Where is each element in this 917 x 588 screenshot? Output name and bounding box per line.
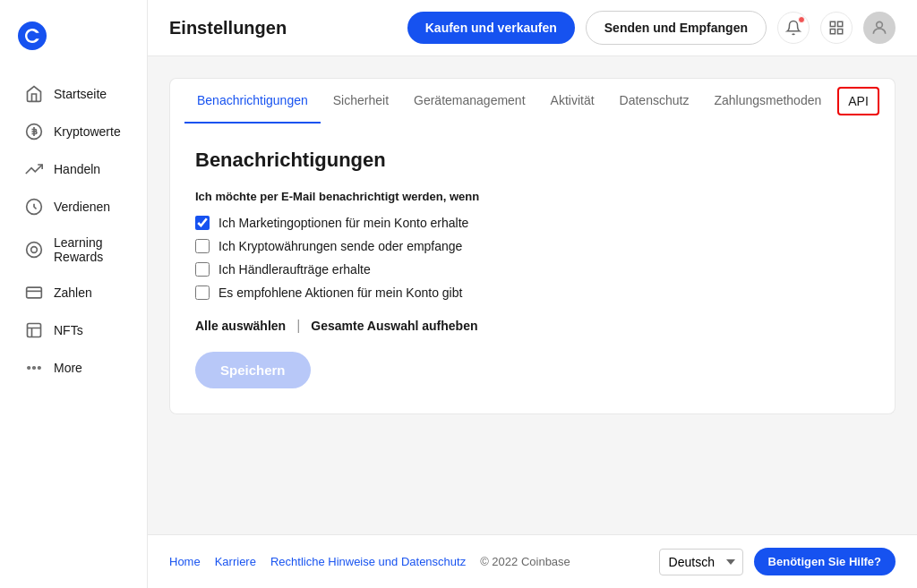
learning-icon [25, 241, 43, 259]
tab-api[interactable]: API [837, 87, 879, 115]
footer: Home Karriere Rechtliche Hinweise und Da… [148, 534, 917, 588]
logo[interactable] [0, 14, 147, 75]
earn-icon [25, 198, 43, 216]
settings-tabs: Benachrichtigungen Sicherheit Gerätemana… [169, 78, 896, 124]
tab-aktivitaet[interactable]: Aktivität [538, 79, 607, 124]
tab-benachrichtigungen[interactable]: Benachrichtigungen [184, 79, 321, 124]
sidebar-item-zahlen[interactable]: Zahlen [7, 275, 140, 311]
svg-rect-12 [830, 30, 835, 34]
sidebar-item-label: Zahlen [54, 285, 92, 300]
page-title: Einstellungen [169, 18, 287, 38]
checkbox-handler[interactable]: Ich Händleraufträge erhalte [195, 262, 870, 277]
sidebar-item-startseite[interactable]: Startseite [7, 76, 140, 112]
sidebar-item-handeln[interactable]: Handeln [7, 151, 140, 187]
sidebar-item-nfts[interactable]: NFTs [7, 312, 140, 348]
sidebar-item-learning-rewards[interactable]: Learning Rewards [7, 226, 140, 273]
sidebar-item-label: Handeln [54, 162, 100, 176]
svg-point-3 [27, 243, 42, 258]
checkbox-crypto[interactable]: Ich Kryptowährungen sende oder empfange [195, 239, 870, 253]
deselect-all-link[interactable]: Gesamte Auswahl aufheben [311, 319, 477, 333]
grid-button[interactable] [820, 12, 853, 44]
checkbox-marketing-input[interactable] [195, 216, 210, 230]
svg-point-9 [39, 367, 41, 370]
crypto-icon [25, 123, 43, 141]
pay-icon [25, 284, 43, 302]
svg-rect-11 [838, 21, 843, 26]
more-icon [25, 359, 43, 377]
footer-copyright: © 2022 Coinbase [480, 555, 570, 568]
save-button[interactable]: Speichern [195, 352, 311, 388]
svg-point-14 [877, 21, 883, 28]
sidebar-item-more[interactable]: More [7, 350, 140, 386]
tab-geraetemanagement[interactable]: Gerätemanagement [401, 79, 538, 124]
sidebar: Startseite Kryptowerte Handeln Verdienen… [0, 0, 148, 588]
nft-icon [25, 321, 43, 339]
tab-zahlungsmethoden[interactable]: Zahlungsmethoden [701, 79, 834, 124]
avatar[interactable] [863, 12, 896, 44]
footer-link-legal[interactable]: Rechtliche Hinweise und Datenschutz [270, 555, 466, 568]
language-select[interactable]: Deutsch English Français [659, 549, 743, 575]
panel-title: Benachrichtigungen [195, 149, 870, 172]
select-actions-row: Alle auswählen | Gesamte Auswahl aufhebe… [195, 318, 870, 334]
home-icon [25, 85, 43, 103]
footer-link-karriere[interactable]: Karriere [215, 555, 256, 568]
content-area: Benachrichtigungen Sicherheit Gerätemana… [148, 56, 917, 534]
header: Einstellungen Kaufen und verkaufen Sende… [148, 0, 917, 56]
select-all-link[interactable]: Alle auswählen [195, 319, 286, 333]
sidebar-item-label: Learning Rewards [54, 235, 122, 264]
svg-point-8 [33, 367, 36, 370]
notification-badge [798, 16, 805, 23]
tab-datenschutz[interactable]: Datenschutz [607, 79, 702, 124]
trade-icon [25, 160, 43, 178]
footer-right: Deutsch English Français Benötigen Sie H… [659, 548, 896, 575]
sidebar-item-kryptowerte[interactable]: Kryptowerte [7, 114, 140, 149]
footer-link-home[interactable]: Home [169, 555, 201, 568]
sidebar-item-label: Kryptowerte [54, 124, 121, 139]
sidebar-item-label: More [54, 361, 82, 375]
checkbox-crypto-input[interactable] [195, 239, 210, 253]
email-label: Ich möchte per E-Mail benachrichtigt wer… [195, 190, 870, 203]
checkbox-group: Ich Marketingoptionen für mein Konto erh… [195, 216, 870, 300]
svg-rect-10 [830, 21, 835, 26]
sidebar-item-label: NFTs [54, 323, 83, 337]
send-receive-button[interactable]: Senden und Empfangen [586, 11, 767, 45]
buy-sell-button[interactable]: Kaufen und verkaufen [407, 12, 575, 44]
checkbox-handler-input[interactable] [195, 262, 210, 277]
svg-rect-6 [28, 324, 41, 337]
header-actions: Kaufen und verkaufen Senden und Empfange… [407, 11, 896, 45]
main-content: Einstellungen Kaufen und verkaufen Sende… [148, 0, 917, 588]
svg-point-0 [18, 21, 47, 50]
svg-point-7 [28, 367, 30, 370]
sidebar-item-label: Startseite [54, 87, 107, 101]
tab-kontolimits[interactable]: Kontolimits [883, 79, 896, 124]
checkbox-marketing[interactable]: Ich Marketingoptionen für mein Konto erh… [195, 216, 870, 230]
notification-button[interactable] [777, 12, 810, 44]
svg-rect-13 [838, 30, 843, 34]
help-button[interactable]: Benötigen Sie Hilfe? [754, 548, 896, 575]
svg-rect-4 [27, 287, 42, 298]
checkbox-aktionen-input[interactable] [195, 285, 210, 300]
checkbox-aktionen[interactable]: Es empfohlene Aktionen für mein Konto gi… [195, 285, 870, 300]
sidebar-item-verdienen[interactable]: Verdienen [7, 189, 140, 225]
sidebar-item-label: Verdienen [54, 200, 110, 214]
tab-sicherheit[interactable]: Sicherheit [321, 79, 401, 124]
footer-links: Home Karriere Rechtliche Hinweise und Da… [169, 555, 570, 568]
notifications-panel: Benachrichtigungen Ich möchte per E-Mail… [169, 124, 896, 414]
